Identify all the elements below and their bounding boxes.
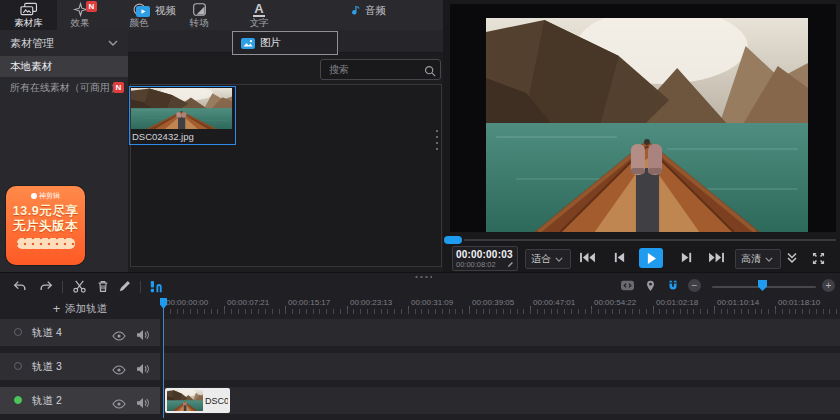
nav-label: 效果 (71, 17, 90, 28)
tab-audio[interactable]: 音频 (348, 0, 386, 22)
chevron-down-icon (108, 40, 118, 46)
preview-stage (450, 4, 836, 232)
toolbar-separator (62, 281, 63, 293)
play-icon (647, 253, 656, 264)
play-button[interactable] (639, 248, 663, 268)
track-header-2[interactable]: 轨道 2 (0, 387, 160, 414)
sidebar-header-label: 素材管理 (10, 36, 54, 51)
quality-dropdown[interactable]: 高清 (735, 249, 781, 269)
track-header-3[interactable]: 轨道 3 (0, 353, 160, 380)
skip-to-start-button[interactable] (579, 251, 596, 264)
music-note-icon (348, 5, 360, 17)
track-header-4[interactable]: 轨道 4 (0, 319, 160, 346)
skip-to-end-button[interactable] (708, 251, 725, 264)
ad-logo-icon (31, 193, 37, 199)
add-track-button[interactable]: + 添加轨道 (0, 298, 160, 319)
tab-effects[interactable]: 效果 N (57, 0, 103, 30)
transition-icon (192, 2, 207, 17)
fullscreen-icon (812, 252, 825, 265)
previous-frame-button[interactable] (613, 251, 626, 264)
track-lane[interactable] (163, 353, 840, 380)
search-box (320, 59, 441, 80)
fit-dropdown[interactable]: 适合 (525, 249, 571, 269)
track-visibility-toggle[interactable] (112, 327, 126, 345)
promo-ad-banner[interactable]: 神剪辑 13.9元尽享 无片头版本 (6, 186, 85, 265)
timeline-clip[interactable]: DSC02432.jpg (165, 388, 230, 413)
redo-button[interactable] (38, 279, 54, 293)
seek-bar[interactable] (464, 239, 836, 241)
tab-text[interactable]: A 文字 (232, 0, 286, 30)
track-mute-toggle[interactable] (136, 327, 150, 345)
timecode-current: 00:00:00:03 (456, 249, 513, 260)
media-library-icon (19, 2, 38, 17)
ad-logo: 神剪辑 (31, 191, 60, 201)
track-select-radio[interactable] (14, 328, 22, 336)
timeline-splitter-handle[interactable] (414, 276, 432, 278)
toolbar-separator (140, 281, 141, 293)
marker-pin-button[interactable] (644, 279, 657, 293)
sidebar-item-online-media[interactable]: 所有在线素材（可商用） N (0, 77, 128, 98)
edit-pencil-icon[interactable] (507, 261, 514, 268)
sidebar-item-local-media[interactable]: 本地素材 (0, 56, 128, 77)
clip-thumbnail (167, 390, 203, 411)
tab-media-library[interactable]: 素材库 (0, 0, 57, 30)
plus-icon: + (53, 302, 61, 315)
track-mute-toggle[interactable] (136, 395, 150, 413)
new-badge: N (113, 82, 124, 93)
track-visibility-toggle[interactable] (112, 361, 126, 379)
zoom-in-button[interactable]: + (822, 279, 835, 292)
keyframe-view-button[interactable] (620, 279, 635, 292)
tab-transition[interactable]: 转场 (172, 0, 226, 30)
video-icon (136, 6, 150, 17)
tab-video[interactable]: 视频 (136, 0, 176, 22)
timeline-ruler[interactable]: 00:00:00:00 00:00:07:21 00:00:15:17 00:0… (163, 297, 840, 315)
timeline-panel: − + + 添加轨道 00:00:00:00 00:00:07:21 00:00… (0, 272, 840, 420)
delete-trash-button[interactable] (96, 279, 110, 294)
track-mute-toggle[interactable] (136, 361, 150, 379)
timecode-box[interactable]: 00:00:00:03 00:00:08:02 (452, 246, 518, 271)
timecode-total: 00:00:08:02 (456, 260, 496, 269)
tab-image[interactable]: 图片 (232, 31, 338, 55)
split-scissors-button[interactable] (72, 279, 87, 294)
undo-button[interactable] (12, 279, 28, 293)
preview-panel: 00:00:00:03 00:00:08:02 适合 高清 (443, 0, 840, 272)
fullscreen-button[interactable] (812, 252, 825, 265)
nav-label: 素材库 (14, 17, 43, 28)
panel-splitter-handle[interactable] (436, 128, 438, 150)
track-lane[interactable]: DSC02432.jpg (163, 387, 840, 414)
search-input[interactable] (327, 61, 423, 78)
double-chevron-down-icon (786, 252, 798, 264)
ad-line-1: 13.9元尽享 (13, 204, 78, 219)
track-visibility-toggle[interactable] (112, 395, 126, 413)
nav-label: 转场 (190, 17, 209, 28)
playhead-line (163, 298, 164, 418)
track-lane[interactable] (163, 319, 840, 346)
timeline-zoom-handle[interactable] (758, 280, 767, 291)
media-item-card[interactable]: DSC02432.jpg (129, 86, 236, 145)
track-select-radio[interactable] (14, 362, 22, 370)
chevron-down-icon (555, 257, 563, 262)
preview-frame-image (486, 18, 808, 232)
snap-magnet-button[interactable] (666, 279, 680, 293)
chevron-down-icon (765, 257, 773, 262)
sidebar-header[interactable]: 素材管理 (0, 30, 128, 57)
seek-handle[interactable] (444, 236, 462, 244)
ad-ribbon (17, 238, 75, 249)
media-item-name: DSC02432.jpg (132, 131, 194, 142)
search-icon[interactable] (424, 63, 436, 81)
marker-tool-button[interactable] (148, 279, 163, 294)
video-editor-window: 素材库 效果 N 颜色 (0, 0, 840, 420)
nav-label: 文字 (250, 17, 269, 28)
edit-pencil-button[interactable] (118, 279, 132, 293)
image-icon (241, 38, 255, 49)
collapse-player-button[interactable] (786, 252, 798, 264)
ad-line-2: 无片头版本 (13, 219, 78, 234)
track-active-indicator[interactable] (14, 396, 22, 404)
zoom-out-button[interactable]: − (688, 279, 701, 292)
next-frame-button[interactable] (680, 251, 693, 264)
new-badge: N (86, 1, 97, 12)
media-item-thumbnail (131, 88, 232, 129)
clip-name: DSC02432.jpg (205, 396, 228, 406)
text-icon: A (253, 2, 264, 17)
